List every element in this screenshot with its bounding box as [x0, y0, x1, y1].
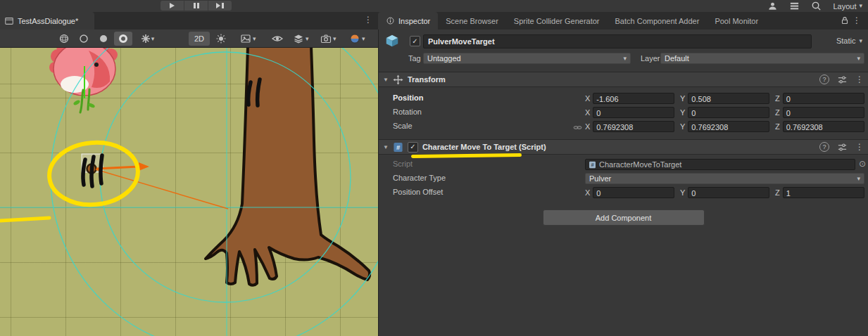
chevron-down-icon: ▾ [253, 36, 256, 42]
link-constraint-icon[interactable] [573, 123, 582, 132]
position-y-field[interactable]: 0.508 [688, 93, 769, 104]
layers-panel-icon[interactable] [789, 1, 800, 11]
script-component-header[interactable]: ▼ # ✓ Character Move To Target (Script) … [379, 139, 868, 155]
step-button[interactable] [208, 1, 232, 11]
gameobject-active-checkbox[interactable]: ✓ [410, 36, 420, 46]
lock-icon[interactable] [840, 15, 850, 25]
tab-label: Inspector [398, 17, 430, 25]
object-picker-icon[interactable]: ⊙ [859, 160, 866, 168]
chevron-down-icon: ▾ [859, 3, 862, 9]
inspector-menu-icon[interactable]: ⋮ [853, 15, 861, 25]
scene-tab-menu-icon[interactable]: ⋮ [364, 15, 372, 25]
layers-dropdown-button[interactable]: ▾ [293, 32, 309, 46]
position-z-field[interactable]: 0 [783, 93, 864, 104]
scene-view-tab[interactable]: TestAssDialogue* [0, 12, 94, 30]
position-offset-label: Position Offset [393, 188, 443, 196]
scale-label: Scale [393, 122, 413, 130]
tree-trunk-sprite [206, 48, 370, 285]
gizmos-sphere-icon [349, 33, 360, 44]
tab-label: Scene Browser [446, 17, 498, 25]
gameobject-cube-icon [384, 33, 400, 49]
component-menu-icon[interactable]: ⋮ [855, 142, 864, 152]
chevron-down-icon: ▾ [857, 56, 860, 62]
scale-y-field[interactable]: 0.7692308 [688, 121, 769, 132]
script-row: Script # CharacterMoveToTarget ⊙ [379, 157, 868, 172]
pause-button[interactable] [184, 1, 208, 11]
position-x-field[interactable]: -1.606 [593, 93, 674, 104]
rotation-z-field[interactable]: 0 [783, 107, 864, 118]
z-axis-label: Z [775, 122, 780, 131]
help-icon[interactable]: ? [819, 75, 829, 84]
playmode-controls [161, 1, 232, 11]
script-enabled-checkbox[interactable]: ✓ [408, 142, 418, 153]
scene-tool-button-2[interactable] [75, 32, 93, 46]
yellow-line-annotation [0, 218, 49, 221]
tab-pool-monitor[interactable]: Pool Monitor [707, 12, 766, 30]
scale-z-field[interactable]: 0.7692308 [783, 121, 864, 132]
help-icon[interactable]: ? [819, 142, 829, 152]
ring-icon [118, 33, 129, 44]
character-type-label: Character Type [393, 174, 446, 182]
tab-label: Batch Component Adder [615, 17, 700, 25]
play-button[interactable] [161, 1, 184, 11]
tag-dropdown[interactable]: Untagged ▾ [423, 53, 631, 64]
add-component-button[interactable]: Add Component [543, 209, 705, 226]
rotation-label: Rotation [393, 108, 422, 116]
presets-icon[interactable] [837, 142, 848, 153]
x-axis-label: X [585, 188, 590, 197]
script-object-field[interactable]: # CharacterMoveToTarget [585, 159, 855, 170]
tab-scene-browser[interactable]: Scene Browser [438, 12, 506, 30]
rotation-x-field[interactable]: 0 [593, 107, 674, 118]
tab-batch-component-adder[interactable]: Batch Component Adder [608, 12, 707, 30]
tab-sprite-collider-generator[interactable]: Sprite Collider Generator [506, 12, 608, 30]
layout-dropdown[interactable]: Layout ▾ [833, 2, 862, 11]
scene-tool-button-5[interactable]: ▾ [134, 32, 161, 46]
static-dropdown[interactable]: Static ▾ [836, 37, 862, 45]
x-axis-label: X [585, 108, 590, 117]
scene-lighting-button[interactable] [215, 32, 227, 46]
script-label: Script [393, 160, 413, 168]
search-icon[interactable] [811, 1, 822, 11]
presets-icon[interactable] [837, 75, 848, 85]
scene-tool-button-1[interactable] [55, 32, 73, 46]
foldout-icon[interactable]: ▼ [383, 144, 389, 150]
scene-viewport[interactable] [0, 48, 378, 336]
check-icon: ✓ [412, 38, 417, 45]
sun-icon [215, 33, 227, 44]
2d-mode-button[interactable]: 2D [189, 32, 210, 46]
effects-dropdown-button[interactable]: ▾ [240, 32, 256, 46]
gizmos-dropdown-button[interactable]: ▾ [349, 32, 365, 46]
sphere-icon [58, 33, 70, 44]
scene-tool-button-3[interactable] [94, 32, 113, 46]
check-icon: ✓ [410, 143, 415, 150]
camera-dropdown-button[interactable]: ▾ [320, 32, 336, 46]
character-type-dropdown[interactable]: Pulver ▾ [585, 173, 864, 184]
top-toolbar: Layout ▾ [0, 0, 868, 13]
pause-icon [194, 3, 199, 8]
account-icon[interactable] [767, 1, 778, 11]
position-offset-row: Position Offset X0 Y0 Z1 [379, 186, 868, 200]
layer-dropdown[interactable]: Default ▾ [660, 53, 864, 64]
tab-inspector[interactable]: Inspector [378, 12, 438, 30]
scene-asset-icon [4, 16, 14, 26]
scene-tool-button-4[interactable] [114, 32, 132, 46]
marker-strokes [83, 79, 260, 186]
scene-visibility-button[interactable] [272, 32, 283, 46]
offset-z-field[interactable]: 1 [783, 187, 864, 198]
camera-icon [320, 33, 332, 44]
unity-editor-window: Layout ▾ TestAssDialogue* ⋮ Inspector Sc… [0, 0, 868, 336]
csharp-script-icon: # [393, 142, 403, 153]
transform-header[interactable]: ▼ Transform ? ⋮ [379, 72, 868, 87]
foldout-icon[interactable]: ▼ [383, 77, 389, 83]
chevron-down-icon: ▾ [857, 176, 860, 182]
component-menu-icon[interactable]: ⋮ [855, 75, 864, 84]
offset-x-field[interactable]: 0 [593, 187, 674, 198]
gameobject-name-field[interactable]: PulverMoveTarget [423, 34, 812, 49]
scene-canvas [0, 48, 378, 336]
scale-x-field[interactable]: 0.7692308 [593, 121, 674, 132]
offset-y-field[interactable]: 0 [688, 187, 769, 198]
rotation-y-field[interactable]: 0 [688, 107, 769, 118]
play-icon [170, 3, 175, 8]
bird-sprite [49, 48, 118, 96]
scale-row: Scale X0.7692308 Y0.7692308 Z0.7692308 [379, 119, 868, 134]
